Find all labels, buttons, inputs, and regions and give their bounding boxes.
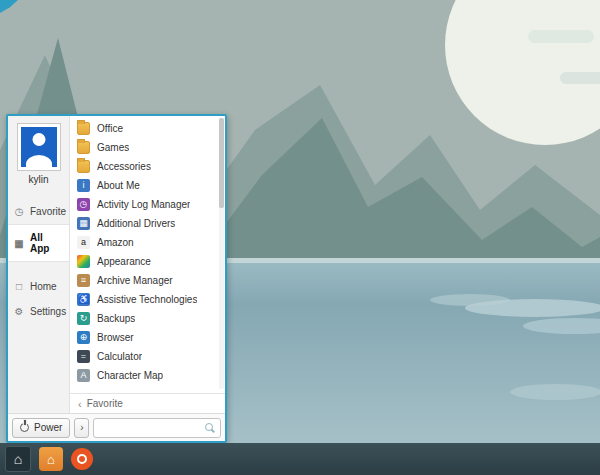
power-expander-button[interactable]: › — [74, 418, 89, 438]
user-name: kylin — [8, 174, 69, 185]
start-menu-main: kylin ◷ Favorite ▦ All App □ Home ⚙ Sett… — [8, 116, 225, 413]
start-menu-sidebar: kylin ◷ Favorite ▦ All App □ Home ⚙ Sett… — [8, 116, 70, 413]
monitor-icon: □ — [13, 281, 25, 292]
activity-log-icon: ◷ — [77, 198, 90, 211]
files-home-button[interactable]: ⌂ — [39, 447, 63, 471]
app-item-calculator[interactable]: = Calculator — [70, 347, 225, 366]
calculator-icon: = — [77, 350, 90, 363]
appearance-icon — [77, 255, 90, 268]
search-icon — [205, 423, 215, 433]
app-item-backups[interactable]: ↻ Backups — [70, 309, 225, 328]
app-item-activity-log-manager[interactable]: ◷ Activity Log Manager — [70, 195, 225, 214]
app-item-archive-manager[interactable]: ≡ Archive Manager — [70, 271, 225, 290]
app-item-label: Browser — [97, 332, 134, 343]
office-folder-icon — [77, 122, 90, 135]
app-item-amazon[interactable]: a Amazon — [70, 233, 225, 252]
sidebar-item-favorite[interactable]: ◷ Favorite — [8, 199, 69, 224]
sidebar-item-settings[interactable]: ⚙ Settings — [8, 299, 69, 324]
app-item-label: Amazon — [97, 237, 134, 248]
search-box — [93, 418, 221, 438]
desktop: kylin ◷ Favorite ▦ All App □ Home ⚙ Sett… — [0, 0, 600, 475]
app-item-label: Activity Log Manager — [97, 199, 190, 210]
sidebar-item-label: Settings — [30, 306, 66, 317]
app-item-label: About Me — [97, 180, 140, 191]
app-item-label: Character Map — [97, 370, 163, 381]
app-item-character-map[interactable]: A Character Map — [70, 366, 225, 385]
games-folder-icon — [77, 141, 90, 154]
app-item-label: Calculator — [97, 351, 142, 362]
app-item-label: Backups — [97, 313, 135, 324]
home-folder-icon: ⌂ — [47, 452, 55, 467]
power-button[interactable]: Power — [12, 418, 70, 438]
app-item-games[interactable]: Games — [70, 138, 225, 157]
browser-icon: ⊕ — [77, 331, 90, 344]
archive-manager-icon: ≡ — [77, 274, 90, 287]
app-list: Office Games Accessories i About Me — [70, 116, 225, 413]
clock-icon: ◷ — [13, 206, 25, 217]
sidebar-item-label: Home — [30, 281, 57, 292]
menu-bottom-bar: Power › — [8, 413, 225, 441]
back-nav-label: Favorite — [87, 398, 123, 409]
app-item-label: Appearance — [97, 256, 151, 267]
app-item-browser[interactable]: ⊕ Browser — [70, 328, 225, 347]
app-rows: Office Games Accessories i About Me — [70, 116, 225, 393]
accessories-folder-icon — [77, 160, 90, 173]
sidebar-item-label: All App — [30, 232, 64, 254]
sidebar-item-home[interactable]: □ Home — [8, 274, 69, 299]
ubuntu-logo-icon — [77, 454, 87, 464]
assistive-technologies-icon: ♿ — [77, 293, 90, 306]
app-item-accessories[interactable]: Accessories — [70, 157, 225, 176]
grid-icon: ▦ — [13, 238, 25, 249]
gear-icon: ⚙ — [13, 306, 25, 317]
app-item-label: Games — [97, 142, 129, 153]
chevron-left-icon: ‹ — [78, 398, 82, 410]
app-list-scrollbar[interactable] — [219, 118, 224, 389]
app-item-office[interactable]: Office — [70, 119, 225, 138]
app-item-additional-drivers[interactable]: ▦ Additional Drivers — [70, 214, 225, 233]
additional-drivers-icon: ▦ — [77, 217, 90, 230]
start-menu-panel: kylin ◷ Favorite ▦ All App □ Home ⚙ Sett… — [6, 114, 227, 443]
taskbar: ⌂ ⌂ — [0, 443, 600, 475]
sidebar-item-all-app[interactable]: ▦ All App — [8, 224, 69, 262]
amazon-icon: a — [77, 236, 90, 249]
app-item-about-me[interactable]: i About Me — [70, 176, 225, 195]
ubuntu-kylin-button[interactable] — [71, 448, 93, 470]
app-item-label: Office — [97, 123, 123, 134]
back-nav-favorite[interactable]: ‹ Favorite — [70, 393, 225, 413]
user-avatar[interactable] — [17, 123, 61, 171]
app-item-label: Archive Manager — [97, 275, 173, 286]
about-me-icon: i — [77, 179, 90, 192]
search-input[interactable] — [94, 420, 220, 438]
menu-launcher-button[interactable]: ⌂ — [5, 446, 31, 472]
app-item-label: Assistive Technologies — [97, 294, 197, 305]
house-icon: ⌂ — [14, 451, 22, 467]
backups-icon: ↻ — [77, 312, 90, 325]
app-item-label: Accessories — [97, 161, 151, 172]
chevron-right-icon: › — [80, 422, 83, 433]
character-map-icon: A — [77, 369, 90, 382]
app-item-appearance[interactable]: Appearance — [70, 252, 225, 271]
avatar-person-icon — [21, 127, 57, 167]
power-icon — [20, 423, 29, 432]
sidebar-item-label: Favorite — [30, 206, 66, 217]
power-button-label: Power — [34, 422, 62, 433]
scrollbar-thumb[interactable] — [219, 118, 224, 208]
app-item-label: Additional Drivers — [97, 218, 175, 229]
app-item-assistive-technologies[interactable]: ♿ Assistive Technologies — [70, 290, 225, 309]
